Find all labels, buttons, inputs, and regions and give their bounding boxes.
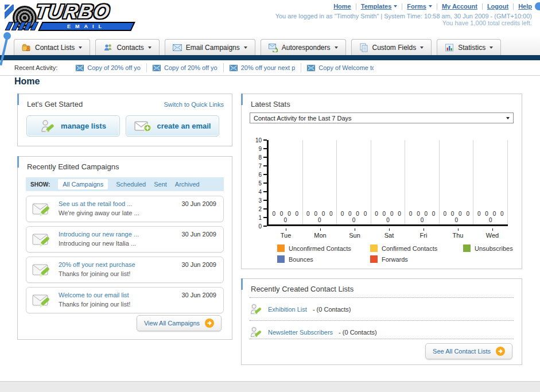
nav-separator (482, 3, 483, 10)
recent-activity-item[interactable]: Copy of 20% off yo (147, 63, 223, 72)
chart-value-labels: 0 0 0 0 0 (303, 211, 337, 223)
switch-quick-links[interactable]: Switch to Quick Links (164, 101, 224, 108)
envelope-pencil-icon (32, 293, 53, 309)
tab-custom-fields[interactable]: Custom Fields (351, 39, 432, 55)
chart-column: 0 0 0 0 0 (405, 140, 440, 224)
campaign-list-item[interactable]: Welcome to our email list Thanks for joi… (26, 287, 224, 313)
get-started-panel: Let's Get Started Switch to Quick Links … (17, 94, 232, 146)
page-footer (0, 381, 540, 392)
recent-campaigns-title: Recently Edited Campaigns (27, 162, 119, 171)
nav-logout-link[interactable]: Logout (487, 3, 508, 10)
recent-activity-item[interactable]: Copy of 20% off yo (70, 63, 146, 72)
campaign-date: 30 Jun 2009 (181, 200, 216, 207)
legend-item-confirmed: Confirmed Contacts (370, 244, 463, 252)
autoresponder-envelope-arrow-icon (269, 43, 278, 52)
chevron-down-icon (420, 46, 424, 49)
chevron-down-icon (244, 46, 247, 49)
orange-arrow-icon (496, 347, 505, 356)
filter-sent[interactable]: Sent (154, 181, 167, 188)
recent-contact-lists-title: Recently Created Contact Lists (251, 285, 353, 293)
top-nav: Home Templates Forms My Account Logout H… (333, 3, 532, 10)
campaign-list-item[interactable]: 20% off your next purchase Thanks for jo… (26, 257, 224, 283)
chevron-down-icon (335, 46, 338, 49)
nav-separator (437, 3, 437, 10)
chart-x-tick-label: Sat (372, 228, 406, 239)
legend-item-unconfirmed: Unconfirmed Contacts (277, 244, 370, 252)
recent-activity-label: Recent Activity: (14, 64, 57, 71)
nav-forms-link[interactable]: Forms (407, 3, 432, 10)
contact-activity-chart: 109876543210 0 0 0 0 00 0 0 0 00 0 0 0 0… (250, 140, 515, 239)
nav-home-link[interactable]: Home (333, 3, 351, 10)
chevron-down-icon (429, 5, 432, 7)
legend-swatch (277, 255, 285, 263)
legend-swatch (370, 244, 378, 252)
chart-x-labels: TueMonSunSatFriThuWed (269, 228, 510, 239)
latest-stats-title: Latest Stats (251, 100, 290, 108)
main-nav-tabs: Contact Lists Contacts Email Campaigns (0, 37, 540, 55)
person-pencil-icon (250, 302, 262, 317)
recent-activity-item[interactable]: Copy of Welcome to (301, 63, 379, 72)
page-title: Home (14, 76, 40, 87)
chart-column: 0 0 0 0 0 (440, 140, 474, 224)
campaign-date: 30 Jun 2009 (181, 292, 216, 298)
campaign-date: 30 Jun 2009 (181, 261, 216, 268)
login-status-text: You are logged in as "Timothy Smith" | S… (275, 13, 532, 20)
recent-campaigns-panel: Recently Edited Campaigns SHOW: All Camp… (17, 156, 232, 340)
latest-stats-panel: Latest Stats Contact Activity for the La… (241, 94, 522, 269)
filter-archived[interactable]: Archived (175, 181, 200, 188)
filter-all-campaigns[interactable]: All Campaigns (58, 179, 108, 189)
recent-activity-item[interactable]: 20% off your next p (224, 63, 301, 72)
stats-period-select[interactable]: Contact Activity for the Last 7 Days (250, 112, 514, 123)
chart-column: 0 0 0 0 0 (371, 140, 406, 224)
chart-value-labels: 0 0 0 0 0 (473, 211, 507, 223)
chart-column: 0 0 0 0 0 (269, 140, 303, 224)
chart-x-tick-label: Fri (406, 228, 441, 239)
chart-x-tick-label: Wed (475, 228, 510, 239)
contact-lists-folder-icon (22, 43, 31, 52)
campaign-date: 30 Jun 2009 (181, 231, 216, 238)
campaign-list-item[interactable]: See us at the retail food ... We're givi… (26, 196, 224, 222)
manage-lists-button[interactable]: manage lists (26, 115, 120, 137)
chart-value-labels: 0 0 0 0 0 (440, 211, 473, 223)
legend-swatch (277, 244, 285, 252)
nav-my-account-link[interactable]: My Account (442, 3, 477, 10)
contact-list-item[interactable]: Exhibition List - (0 Contacts) (250, 301, 351, 318)
chart-value-labels: 0 0 0 0 0 (337, 211, 371, 223)
logo-text-turbo: TURBO (34, 0, 111, 23)
chevron-down-icon (490, 46, 493, 49)
recent-contact-lists-panel: Recently Created Contact Lists Exhibitio… (241, 278, 522, 365)
nav-help-link[interactable]: Help (518, 3, 532, 10)
tab-autoresponders[interactable]: Autoresponders (261, 39, 346, 55)
dotted-divider (250, 320, 514, 321)
legend-swatch (370, 255, 378, 263)
legend-swatch (463, 244, 471, 252)
show-label: SHOW: (30, 181, 50, 188)
chart-y-axis: 109876543210 (250, 140, 267, 228)
tab-statistics[interactable]: Statistics (437, 39, 501, 55)
see-all-contact-lists-button[interactable]: See All Contact Lists (425, 343, 512, 359)
person-pencil-icon (250, 325, 262, 340)
envelope-icon (153, 65, 161, 71)
chart-x-tick-label: Mon (303, 228, 337, 239)
logo-text-email: EMAIL (67, 24, 106, 29)
legend-item-unsubscribes: Unsubscribes (463, 244, 513, 252)
help-bubble-icon[interactable] (535, 2, 540, 10)
filter-scheduled[interactable]: Scheduled (116, 181, 146, 188)
turbo-email-logo: TURBO EMAIL (5, 1, 137, 34)
view-all-campaigns-button[interactable]: View All Campaigns (137, 315, 222, 331)
orange-arrow-icon (205, 319, 214, 328)
envelope-icon (230, 65, 238, 71)
campaign-list-item[interactable]: Introducing our new range ... Introducin… (26, 226, 224, 253)
tab-contact-lists[interactable]: Contact Lists (14, 39, 90, 55)
turbo-email-home-page: TURBO EMAIL Home Templates Forms My Acco… (0, 0, 540, 392)
nav-templates-link[interactable]: Templates (361, 3, 398, 10)
navy-divider-bar (0, 55, 540, 60)
nav-separator (356, 3, 356, 10)
tab-email-campaigns[interactable]: Email Campaigns (165, 39, 255, 55)
tab-contacts[interactable]: Contacts (95, 39, 159, 55)
legend-item-forwards: Forwards (370, 255, 463, 263)
create-email-button[interactable]: create an email (126, 115, 219, 137)
envelope-plus-icon (134, 120, 151, 133)
campaign-filter-bar: SHOW: All Campaigns Scheduled Sent Archi… (26, 177, 224, 191)
chart-x-tick-label: Sun (337, 228, 372, 239)
